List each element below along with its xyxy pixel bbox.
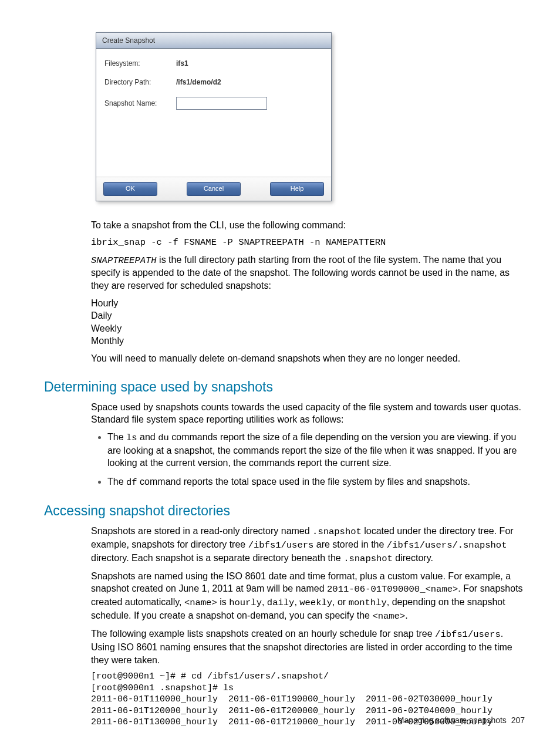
create-snapshot-dialog: Create Snapshot Filesystem: ifs1 Directo…	[96, 32, 332, 201]
snapshot-name-label: Snapshot Name:	[104, 99, 176, 107]
filesystem-value: ifs1	[176, 59, 188, 67]
reserved-monthly: Monthly	[91, 335, 528, 347]
bullet-df: The df command reports the total space u…	[107, 475, 528, 489]
dialog-body: Filesystem: ifs1 Directory Path: /ifs1/d…	[96, 49, 331, 177]
p-manual-delete: You will need to manually delete on-dema…	[91, 352, 528, 365]
p-access-2: Snapshots are named using the ISO 8601 d…	[91, 570, 528, 623]
row-filesystem: Filesystem: ifs1	[104, 59, 323, 67]
space-bullet-list: The ls and du commands report the size o…	[91, 431, 528, 489]
reserved-daily: Daily	[91, 309, 528, 322]
code-ls: ls	[126, 433, 137, 443]
p-access-1: Snapshots are stored in a read-only dire…	[91, 525, 528, 565]
row-snapshot-name: Snapshot Name:	[104, 97, 323, 110]
term-snaptreepath: SNAPTREEPATH	[91, 255, 157, 266]
reserved-weekly: Weekly	[91, 322, 528, 335]
ok-button[interactable]: OK	[103, 182, 157, 196]
cancel-button[interactable]: Cancel	[187, 182, 241, 196]
directory-path-value: /ifs1/demo/d2	[176, 78, 221, 86]
p-snaptreepath: SNAPTREEPATH is the full directory path …	[91, 254, 528, 292]
p-cli-intro: To take a snapshot from the CLI, use the…	[91, 219, 528, 232]
heading-space-used: Determining space used by snapshots	[44, 378, 528, 396]
dialog-footer: OK Cancel Help	[96, 177, 331, 201]
cli-command: ibrix_snap -c -f FSNAME -P SNAPTREEPATH …	[91, 237, 528, 249]
body-content: To take a snapshot from the CLI, use the…	[91, 219, 528, 728]
page: Create Snapshot Filesystem: ifs1 Directo…	[0, 0, 560, 746]
footer-page: 207	[511, 715, 525, 725]
page-footer: Managing software snapshots 207	[397, 715, 525, 725]
row-directory-path: Directory Path: /ifs1/demo/d2	[104, 78, 323, 86]
filesystem-label: Filesystem:	[104, 59, 176, 67]
bullet-ls-du: The ls and du commands report the size o…	[107, 431, 528, 470]
code-df: df	[126, 477, 137, 488]
dialog-title: Create Snapshot	[96, 33, 331, 49]
directory-path-label: Directory Path:	[104, 78, 176, 86]
reserved-words-list: Hourly Daily Weekly Monthly	[91, 297, 528, 347]
help-button[interactable]: Help	[270, 182, 324, 196]
heading-accessing: Accessing snapshot directories	[44, 502, 528, 520]
reserved-hourly: Hourly	[91, 297, 528, 310]
footer-text: Managing software snapshots	[397, 715, 507, 725]
p-space-intro: Space used by snapshots counts towards t…	[91, 401, 528, 426]
snapshot-name-input[interactable]	[176, 97, 267, 110]
code-du: du	[158, 433, 169, 443]
p-access-3: The following example lists snapshots cr…	[91, 627, 528, 666]
